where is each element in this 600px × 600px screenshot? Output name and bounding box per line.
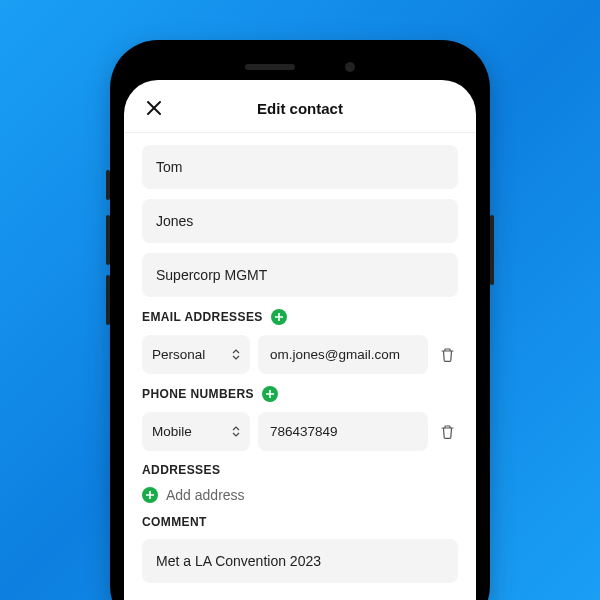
email-row: Personal om.jones@gmail.com (142, 335, 458, 374)
add-address-button[interactable]: Add address (142, 487, 458, 503)
comment-label: COMMENT (142, 515, 207, 529)
emails-header: EMAIL ADDRESSES (142, 309, 458, 325)
add-phone-button[interactable] (262, 386, 278, 402)
addresses-header: ADDRESSES (142, 463, 458, 477)
trash-icon (440, 347, 455, 363)
phone-frame: Edit contact Tom Jones Supercorp MGMT EM… (110, 40, 490, 600)
plus-icon (266, 390, 274, 398)
phones-label: PHONE NUMBERS (142, 387, 254, 401)
email-value-field[interactable]: om.jones@gmail.com (258, 335, 428, 374)
power-button (490, 215, 494, 285)
volume-up-button (106, 215, 110, 265)
email-type-value: Personal (152, 347, 205, 362)
speaker-icon (245, 64, 295, 70)
chevron-updown-icon (232, 349, 240, 360)
last-name-field[interactable]: Jones (142, 199, 458, 243)
phones-header: PHONE NUMBERS (142, 386, 458, 402)
volume-down-button (106, 275, 110, 325)
phone-row: Mobile 786437849 (142, 412, 458, 451)
trash-icon (440, 424, 455, 440)
plus-icon-wrap (142, 487, 158, 503)
screen: Edit contact Tom Jones Supercorp MGMT EM… (124, 80, 476, 600)
first-name-field[interactable]: Tom (142, 145, 458, 189)
header: Edit contact (124, 80, 476, 132)
phone-notch (124, 54, 476, 80)
comment-field[interactable]: Met a LA Convention 2023 (142, 539, 458, 583)
plus-icon (275, 313, 283, 321)
comment-header: COMMENT (142, 515, 458, 529)
chevron-updown-icon (232, 426, 240, 437)
page-title: Edit contact (142, 100, 458, 117)
emails-label: EMAIL ADDRESSES (142, 310, 263, 324)
form: Tom Jones Supercorp MGMT EMAIL ADDRESSES… (124, 133, 476, 583)
camera-icon (345, 62, 355, 72)
plus-icon (146, 491, 154, 499)
side-button (106, 170, 110, 200)
delete-phone-button[interactable] (436, 424, 458, 440)
addresses-label: ADDRESSES (142, 463, 220, 477)
email-type-select[interactable]: Personal (142, 335, 250, 374)
delete-email-button[interactable] (436, 347, 458, 363)
phone-value-field[interactable]: 786437849 (258, 412, 428, 451)
phone-type-select[interactable]: Mobile (142, 412, 250, 451)
company-field[interactable]: Supercorp MGMT (142, 253, 458, 297)
add-address-label: Add address (166, 487, 245, 503)
phone-type-value: Mobile (152, 424, 192, 439)
add-email-button[interactable] (271, 309, 287, 325)
